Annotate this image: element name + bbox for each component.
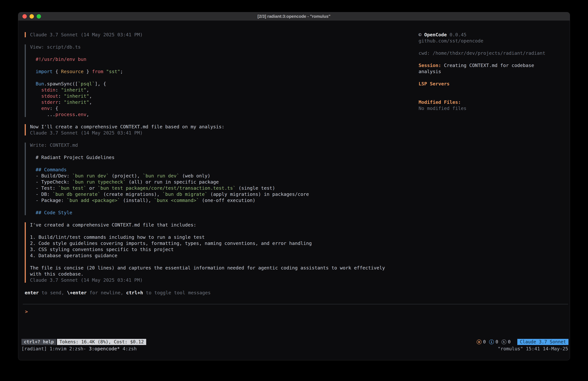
tmux-window-zsh-4[interactable]: 4:zsh: [123, 346, 137, 352]
text-segment: View: script/db.ts: [30, 44, 81, 50]
text-line: #!/usr/bin/env bun: [30, 56, 419, 62]
text-segment: - Build/Dev:: [30, 173, 72, 179]
text-line: I've created a comprehensive CONTEXT.md …: [30, 222, 419, 228]
text-segment: stdout: [41, 93, 58, 99]
text-line: [419, 93, 564, 99]
text-line: The file is concise (20 lines) and captu…: [30, 265, 419, 271]
text-line: stderr: "inherit",: [30, 99, 419, 105]
text-segment: ## Code Style: [36, 210, 72, 215]
text-line: 1. Build/lint/test commands including ho…: [30, 234, 419, 240]
text-segment: to send,: [39, 290, 67, 295]
text-segment: \+enter: [67, 290, 87, 295]
text-line: Session: Creating CONTEXT.md for codebas…: [419, 62, 564, 68]
text-line: Claude 3.7 Sonnet (14 May 2025 03:41 PM): [30, 130, 419, 136]
text-line: cwd: /home/thdxr/dev/projects/radiant/ra…: [419, 50, 564, 56]
help-chip[interactable]: ctrl+? help: [21, 339, 56, 345]
tool-view-block: View: script/db.ts #!/usr/bin/env bun im…: [25, 44, 419, 117]
text-line: [30, 50, 419, 56]
text-line: ...process.env,: [30, 112, 419, 117]
text-line: [30, 259, 419, 265]
message-input[interactable]: >: [23, 304, 568, 315]
text-line: - Package: `bun add <package>` (install)…: [30, 197, 419, 203]
terminal-content: Claude 3.7 Sonnet (14 May 2025 03:41 PM)…: [18, 21, 570, 360]
text-segment: [30, 210, 36, 215]
text-segment: [30, 106, 41, 111]
text-segment: Session:: [419, 63, 441, 68]
text-segment: "sst": [106, 69, 120, 74]
terminal-window: [2/3] radiant:3:opencode - "romulus" Cla…: [18, 12, 570, 360]
text-segment: ...: [30, 112, 55, 117]
text-segment: `bun add <package>`: [67, 198, 120, 203]
text-segment: - Test:: [30, 185, 58, 191]
text-segment: "inherit": [61, 87, 86, 93]
text-segment: [30, 93, 41, 99]
text-segment: [30, 99, 41, 105]
info-count: 0: [496, 339, 498, 345]
window-titlebar[interactable]: [2/3] radiant:3:opencode - "romulus": [18, 12, 570, 21]
prompt-symbol: >: [25, 309, 28, 314]
keybinding-hints: enter to send, \+enter for newline, ctrl…: [25, 290, 419, 296]
text-segment: .: [75, 112, 78, 117]
text-segment: OpenCode: [424, 32, 447, 37]
desktop: [2/3] radiant:3:opencode - "romulus" Cla…: [0, 0, 588, 381]
text-segment: [30, 57, 36, 62]
text-line: github.com/sst/opencode: [419, 38, 564, 44]
window-title: [2/3] radiant:3:opencode - "romulus": [18, 14, 570, 19]
text-segment: No modified files: [419, 106, 466, 111]
info-icon: i: [489, 339, 494, 344]
tmux-host-clock: "romulus" 15:41 14-May-25: [498, 346, 568, 352]
text-segment: analysis: [419, 69, 441, 74]
text-segment: (apply migrations) in packages/core: [208, 191, 309, 197]
text-segment: [30, 87, 41, 93]
text-segment: `bun db migrate`: [163, 191, 208, 197]
text-segment: [30, 81, 36, 87]
status-bar: ctrl+? help Tokens: 16.4K (8%), Cost: $0…: [21, 339, 568, 345]
hint-count: 0: [508, 339, 511, 345]
text-segment: [30, 167, 36, 172]
text-line: [419, 56, 564, 62]
text-segment: process: [55, 112, 75, 117]
text-line: ## Commands: [30, 167, 419, 173]
text-segment: ©: [419, 32, 424, 37]
text-segment: :: [58, 93, 64, 99]
text-segment: - Package:: [30, 198, 67, 203]
tmux-window-opencode[interactable]: 3:opencode*: [89, 346, 120, 352]
text-line: - DB: `bun db generate` (create migratio…: [30, 191, 419, 197]
tmux-window-zsh-2[interactable]: 2:zsh-: [69, 346, 86, 352]
text-segment: [30, 69, 36, 74]
text-segment: :: [55, 87, 61, 93]
warning-icon: W: [477, 339, 482, 344]
model-chip[interactable]: Claude 3.7 Sonnet: [517, 339, 568, 345]
info-sidebar: © OpenCode 0.0.45github.com/sst/opencode…: [419, 32, 564, 112]
text-segment: (create migrations),: [101, 191, 163, 197]
text-segment: 1. Build/lint/test commands including ho…: [30, 234, 205, 240]
text-segment: Resource: [61, 69, 84, 74]
text-line: [419, 75, 564, 81]
text-segment: }: [84, 69, 92, 74]
text-segment: "inherit": [64, 93, 89, 99]
text-segment: ## Commands: [36, 167, 67, 172]
text-segment: with this codebase.: [30, 271, 84, 277]
text-segment: `bunx <command>`: [154, 198, 199, 203]
text-segment: `psql`: [78, 81, 95, 87]
text-line: - TypeCheck: `bun run typecheck` (all) o…: [30, 179, 419, 185]
diagnostics: W 0 i 0 h 0: [477, 339, 512, 345]
text-line: 2. Code style guidelines covering import…: [30, 240, 419, 246]
text-line: # Radiant Project Guidelines: [30, 154, 419, 160]
warning-count: 0: [483, 339, 486, 345]
assistant-message-header: Claude 3.7 Sonnet (14 May 2025 03:41 PM): [25, 32, 419, 38]
text-segment: stdin: [41, 87, 55, 93]
text-line: [30, 62, 419, 68]
text-line: [419, 87, 564, 93]
text-segment: `bun run dev`: [72, 173, 109, 179]
text-segment: `bun test`: [58, 185, 86, 191]
text-segment: ,: [89, 99, 92, 105]
close-button[interactable]: [22, 14, 27, 19]
tmux-window-nvim[interactable]: 1:nvim: [50, 346, 66, 352]
text-segment: [103, 69, 106, 74]
text-segment: `bun db generate`: [53, 191, 101, 197]
text-line: LSP Servers: [419, 81, 564, 87]
text-segment: (one-off execution): [199, 198, 255, 203]
zoom-button[interactable]: [37, 14, 41, 19]
minimize-button[interactable]: [30, 14, 34, 19]
